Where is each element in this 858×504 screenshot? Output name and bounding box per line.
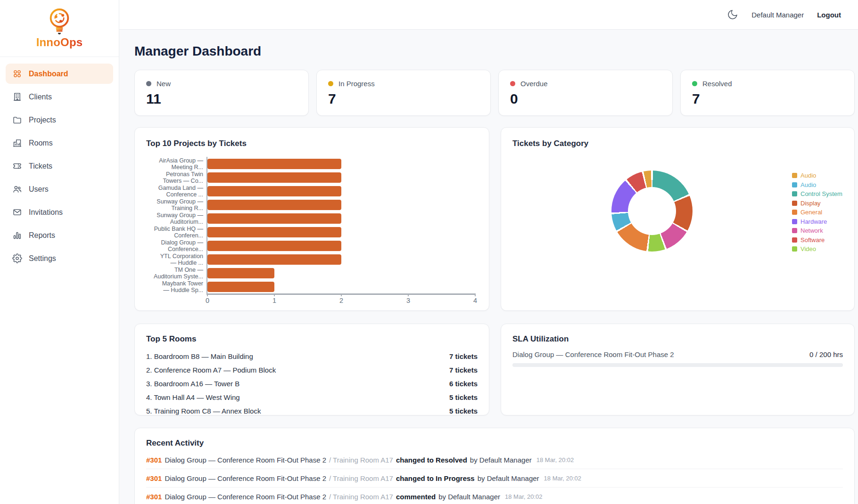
- bar-row: [207, 211, 475, 225]
- bar: [207, 241, 341, 251]
- legend-item-audio[interactable]: Audio: [792, 181, 842, 188]
- donut-chart-title: Tickets by Category: [512, 139, 843, 148]
- sidebar-item-rooms[interactable]: Rooms: [6, 133, 113, 153]
- legend-swatch-icon: [792, 201, 797, 206]
- room-name: 1. Boardroom B8 — Main Building: [146, 352, 253, 360]
- bar-row: [207, 239, 475, 252]
- dashboard-grid-icon: [12, 69, 22, 79]
- legend-item-video[interactable]: Video: [792, 245, 842, 252]
- sidebar-item-label: Settings: [29, 254, 56, 263]
- x-axis-tickmark: [408, 293, 409, 296]
- bar: [207, 159, 341, 169]
- bar: [207, 213, 341, 224]
- legend-swatch-icon: [792, 182, 797, 187]
- sidebar-item-label: Rooms: [29, 139, 53, 147]
- stat-value: 7: [328, 91, 479, 107]
- stat-value: 11: [146, 91, 297, 107]
- ticket-id: #301: [146, 474, 162, 482]
- legend-item-display[interactable]: Display: [792, 200, 842, 207]
- room-row: 1. Boardroom B8 — Main Building7 tickets: [146, 350, 478, 363]
- gear-icon: [12, 253, 22, 263]
- legend-item-general[interactable]: General: [792, 209, 842, 216]
- stat-card-overdue: Overdue0: [498, 70, 673, 116]
- bar-row: [207, 184, 475, 198]
- sla-progress-track: [512, 363, 843, 367]
- sidebar-item-settings[interactable]: Settings: [6, 248, 113, 268]
- bar-chart: AirAsia Group — Meeting R...Petronas Twi…: [146, 157, 478, 295]
- top-rooms-title: Top 5 Rooms: [146, 334, 478, 344]
- stat-card-in-progress: In Progress7: [316, 70, 491, 116]
- x-axis-tickmark: [341, 293, 342, 296]
- legend-swatch-icon: [792, 237, 797, 243]
- activity-room: / Training Room A17: [329, 456, 393, 464]
- bar-row: [207, 280, 475, 293]
- bar-category-label: Petronas Twin Towers — Co...: [146, 171, 206, 184]
- sla-title: SLA Utilization: [512, 334, 843, 344]
- activity-action: changed to In Progress: [396, 474, 475, 482]
- room-name: 2. Conference Room A7 — Podium Block: [146, 366, 276, 374]
- logout-button[interactable]: Logout: [817, 11, 841, 19]
- bar: [207, 254, 341, 265]
- sidebar-item-label: Users: [29, 185, 49, 194]
- sidebar-item-clients[interactable]: Clients: [6, 87, 113, 107]
- bar-row: [207, 266, 475, 280]
- room-name: 4. Town Hall A4 — West Wing: [146, 393, 240, 401]
- activity-project: Dialog Group — Conference Room Fit-Out P…: [165, 474, 326, 482]
- sla-card: SLA Utilization Dialog Group — Conferenc…: [501, 324, 855, 415]
- bar: [207, 268, 274, 278]
- lightbulb-logo-icon: [44, 7, 74, 36]
- legend-swatch-icon: [792, 191, 797, 196]
- sidebar-item-users[interactable]: Users: [6, 179, 113, 199]
- legend-item-network[interactable]: Network: [792, 227, 842, 234]
- sidebar-item-reports[interactable]: Reports: [6, 225, 113, 245]
- sidebar-item-dashboard[interactable]: Dashboard: [6, 64, 113, 84]
- legend-label: Network: [800, 227, 823, 234]
- room-ticket-count: 7 tickets: [449, 366, 478, 374]
- bar-chart-labels: AirAsia Group — Meeting R...Petronas Twi…: [146, 157, 206, 295]
- status-dot-icon: [510, 81, 515, 86]
- sidebar-item-tickets[interactable]: Tickets: [6, 156, 113, 176]
- legend-item-software[interactable]: Software: [792, 236, 842, 244]
- bar-row: [207, 252, 475, 266]
- stat-label: Overdue: [520, 80, 548, 88]
- activity-row[interactable]: #301Dialog Group — Conference Room Fit-O…: [146, 451, 843, 469]
- sidebar-item-label: Dashboard: [29, 70, 68, 78]
- stat-card-header: In Progress: [328, 80, 479, 88]
- sidebar-item-label: Invitations: [29, 208, 63, 217]
- brand-logo: InnoOps: [0, 0, 119, 57]
- activity-row[interactable]: #301Dialog Group — Conference Room Fit-O…: [146, 469, 843, 488]
- legend-swatch-icon: [792, 246, 797, 252]
- top-rooms-card: Top 5 Rooms 1. Boardroom B8 — Main Build…: [134, 324, 489, 415]
- room-ticket-count: 7 tickets: [449, 352, 478, 360]
- stat-label: In Progress: [338, 80, 375, 88]
- dashboard-content: Manager Dashboard New11In Progress7Overd…: [119, 30, 858, 504]
- moon-icon[interactable]: [727, 9, 738, 20]
- sidebar-item-projects[interactable]: Projects: [6, 110, 113, 130]
- bar-category-label: Public Bank HQ — Conferen...: [146, 225, 206, 239]
- legend-label: General: [800, 209, 822, 216]
- stat-card-new: New11: [134, 70, 309, 116]
- main-area: Default Manager Logout Manager Dashboard…: [119, 0, 858, 504]
- room-row: 5. Training Room C8 — Annex Block5 ticke…: [146, 404, 478, 418]
- room-ticket-count: 6 tickets: [449, 380, 478, 388]
- legend-label: Audio: [800, 172, 816, 179]
- legend-item-audio[interactable]: Audio: [792, 172, 842, 179]
- stat-cards-row: New11In Progress7Overdue0Resolved7: [134, 70, 855, 116]
- bar: [207, 282, 274, 292]
- status-dot-icon: [146, 81, 151, 86]
- bar-row: [207, 157, 475, 171]
- stat-label: New: [157, 80, 171, 88]
- activity-time: 18 Mar, 20:02: [544, 475, 582, 482]
- legend-item-hardware[interactable]: Hardware: [792, 218, 842, 225]
- top-projects-card: Top 10 Projects by Tickets AirAsia Group…: [134, 127, 489, 311]
- stat-card-header: Overdue: [510, 80, 661, 88]
- legend-label: Audio: [800, 181, 816, 188]
- room-ticket-count: 5 tickets: [449, 393, 478, 401]
- x-axis-tick-label: 1: [272, 297, 276, 304]
- sidebar-item-label: Clients: [29, 93, 52, 101]
- sidebar-item-invitations[interactable]: Invitations: [6, 202, 113, 222]
- activity-row[interactable]: #301Dialog Group — Conference Room Fit-O…: [146, 488, 843, 504]
- legend-label: Software: [800, 236, 825, 244]
- legend-item-control-system[interactable]: Control System: [792, 190, 842, 197]
- room-row: 4. Town Hall A4 — West Wing5 tickets: [146, 390, 478, 404]
